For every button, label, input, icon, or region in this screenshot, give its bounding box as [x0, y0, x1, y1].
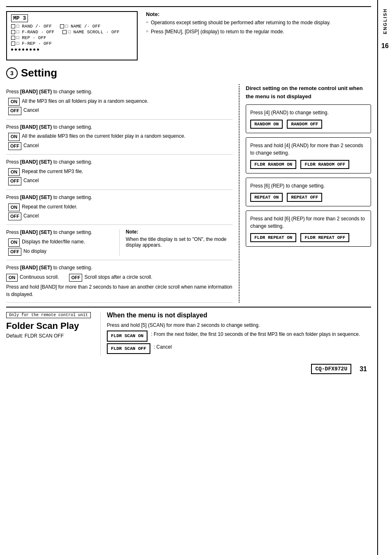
name-on-badge: ON: [8, 238, 20, 246]
name-on-desc: Displays the folder/file name.: [22, 238, 85, 245]
folder-scan-title: Folder Scan Play: [6, 321, 94, 331]
fldr-repeat-off-button: FLDR REPEAT OFF: [300, 233, 349, 242]
frand-on-item: ON All the available MP3 files on the cu…: [8, 133, 233, 141]
frep-on-item: ON Repeat the current folder.: [8, 204, 233, 211]
display-row-3: □ REP · OFF: [11, 35, 133, 40]
remote-only-badge: Only for the remote control unit: [6, 312, 91, 318]
repeat-on-button: REPEAT ON: [250, 193, 283, 202]
setting-title-row: 3 Setting: [6, 67, 371, 79]
folder-scan-desc: Press and hold [5] (SCAN) for more than …: [107, 321, 371, 354]
display-row-2: □ F-RAND · OFF □ NAME SCROLL · OFF: [11, 30, 133, 35]
right-frep-press: Press and hold [6] (REP) for more than 2…: [250, 215, 367, 230]
frand-off-desc: Cancel: [23, 142, 39, 149]
display-row-4: □ F-REP · OFF: [11, 41, 133, 46]
rep-item: □ REP · OFF: [11, 35, 46, 40]
right-block-rand: Press [4] (RAND) to change setting. RAND…: [246, 104, 371, 133]
top-note-section: Note: Operations except setting should b…: [146, 11, 371, 60]
namescroll-label: □ NAME SCROLL · OFF: [68, 30, 119, 35]
note-title: Note:: [146, 11, 371, 17]
right-rand-press: Press [4] (RAND) to change setting.: [250, 109, 367, 116]
fldr-rand-button-row: FLDR RANDOM ON FLDR RANDOM OFF: [250, 160, 367, 169]
main-content: MP 3 □ RAND /· OFF □ NAME /· OFF □ F-RAN…: [0, 0, 377, 380]
rep-on-badge: ON: [8, 168, 20, 176]
frand-off-item: OFF Cancel: [8, 142, 233, 150]
top-section: MP 3 □ RAND /· OFF □ NAME /· OFF □ F-RAN…: [6, 11, 371, 60]
rep-off-badge: OFF: [8, 177, 21, 185]
rand-off-badge: OFF: [8, 107, 21, 115]
folder-scan-default: Default: FLDR SCAN OFF: [6, 333, 94, 339]
name-note-text: When the title display is set to "ON", t…: [126, 236, 233, 248]
fldr-random-on-button: FLDR RANDOM ON: [250, 160, 296, 169]
press-line-rand: Press [BAND] (SET) to change setting.: [6, 88, 233, 95]
fldr-scan-off-button: FLDR SCAN OFF: [107, 343, 150, 354]
name-note-section: Note: When the title display is set to "…: [119, 229, 233, 256]
rand-button-row: RANDOM ON RANDOM OFF: [250, 120, 367, 129]
rand-off-desc: Cancel: [23, 107, 39, 114]
name-off-badge: OFF: [8, 248, 21, 256]
rep-on-desc: Repeat the current MP3 file.: [22, 168, 83, 175]
namescroll-checkbox: [62, 30, 67, 34]
frep-off-badge: OFF: [8, 213, 21, 220]
name-display-left: Press [BAND] (SET) to change setting. ON…: [6, 229, 113, 256]
top-divider: [6, 6, 371, 7]
page-number-bottom: 31: [360, 365, 367, 373]
folder-scan-section: Only for the remote control unit Folder …: [6, 307, 371, 356]
rand-off-item: OFF Cancel: [8, 107, 233, 115]
frand-item: □ F-RAND · OFF: [11, 30, 54, 35]
folder-scan-right: When the menu is not displayed Press and…: [101, 312, 371, 356]
setting-circle-num: 3: [6, 67, 18, 79]
setting-block-frand: Press [BAND] (SET) to change setting. ON…: [6, 120, 233, 155]
scroll-on-desc: Continuous scroll.: [20, 274, 59, 281]
press-line-frep: Press [BAND] (SET) to change setting.: [6, 194, 233, 201]
rep-off-desc: Cancel: [23, 177, 39, 184]
press-line-name: Press [BAND] (SET) to change setting.: [6, 229, 113, 236]
when-menu-title: When the menu is not displayed: [107, 312, 371, 319]
note-list: Operations except setting should be perf…: [146, 19, 371, 35]
mp3-title-badge: MP 3: [11, 14, 28, 22]
sidebar-page-num: 16: [381, 42, 389, 50]
sidebar-language: ENGLISH: [383, 8, 387, 34]
rep-button-row: REPEAT ON REPEAT OFF: [250, 193, 367, 202]
frand-label: □ F-RAND · OFF: [16, 30, 54, 35]
fldr-random-off-button: FLDR RANDOM OFF: [300, 160, 349, 169]
name-checkbox: [60, 24, 64, 28]
random-on-button: RANDOM ON: [250, 120, 283, 129]
setting-title: Setting: [21, 67, 57, 79]
folder-scan-press: Press and hold [5] (SCAN) for more than …: [107, 321, 371, 329]
name-off-item: OFF No display: [8, 248, 113, 256]
folder-scan-off-row: FLDR SCAN OFF : Cancel: [107, 343, 371, 354]
right-block-fldr-rand: Press and hold [4] (RAND) for more than …: [246, 137, 371, 173]
rep-off-item: OFF Cancel: [8, 177, 233, 185]
right-block-rep: Press [6] (REP) to change setting. REPEA…: [246, 178, 371, 206]
bottom-bar: CQ-DFX972U 31: [6, 364, 371, 374]
random-off-button: RANDOM OFF: [287, 120, 322, 129]
right-block-fldr-rep: Press and hold [6] (REP) for more than 2…: [246, 210, 371, 247]
name-on-off: ON Displays the folder/file name. OFF No…: [8, 238, 113, 256]
rand-label: □ RAND /· OFF: [16, 24, 52, 29]
fldr-scan-off-desc: : Cancel: [154, 343, 172, 351]
frand-off-badge: OFF: [8, 142, 21, 150]
frep-item: □ F-REP · OFF: [11, 41, 52, 46]
press-line-scroll: Press [BAND] (SET) to change setting.: [6, 264, 233, 271]
name-item: □ NAME /· OFF: [60, 24, 101, 29]
scroll-off-badge: OFF: [69, 274, 82, 282]
frand-checkbox: [11, 30, 15, 34]
rep-on-off: ON Repeat the current MP3 file. OFF Canc…: [8, 168, 233, 185]
frand-on-desc: All the available MP3 files on the curre…: [22, 133, 185, 140]
model-badge: CQ-DFX972U: [311, 364, 351, 374]
rand-on-item: ON All the MP3 files on all folders play…: [8, 98, 233, 106]
fldr-repeat-on-button: FLDR REPEAT ON: [250, 233, 296, 242]
press-line-rep: Press [BAND] (SET) to change setting.: [6, 159, 233, 166]
page-container: ENGLISH 16 MP 3 □ RAND /· OFF □ NAME /· …: [0, 0, 392, 555]
display-row-1: □ RAND /· OFF □ NAME /· OFF: [11, 24, 133, 29]
rand-item: □ RAND /· OFF: [11, 24, 52, 29]
frand-on-off: ON All the available MP3 files on the cu…: [8, 133, 233, 150]
name-note-title: Note:: [126, 229, 233, 235]
fldr-scan-on-desc: : From the next folder, the first 10 sec…: [151, 331, 360, 338]
frep-checkbox: [11, 42, 15, 46]
name-off-desc: No display: [23, 248, 46, 255]
name-display-section: Press [BAND] (SET) to change setting. ON…: [6, 225, 233, 260]
rand-checkbox: [11, 24, 15, 28]
direct-setting-title: Direct setting on the remote control uni…: [246, 84, 371, 100]
dots-decoration: [11, 47, 133, 52]
